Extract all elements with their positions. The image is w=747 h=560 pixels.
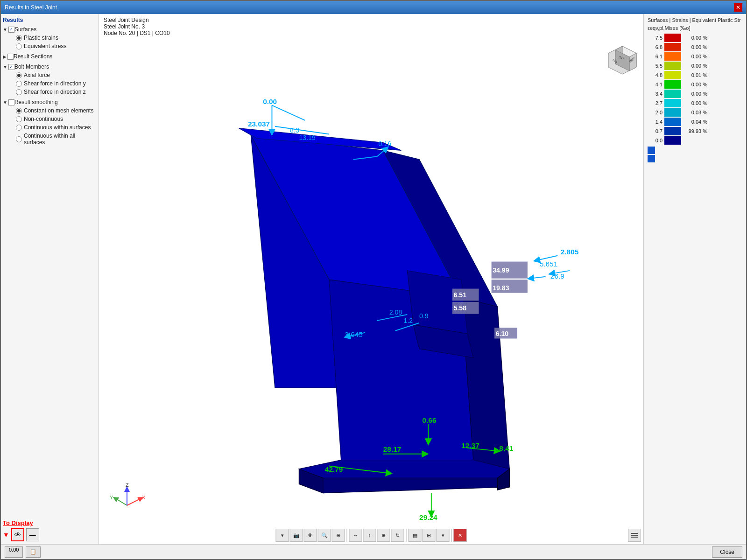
rotate-btn[interactable]: ↻ [391, 529, 404, 542]
value-display: 0.00 [5, 546, 23, 558]
legend-color-swatch [664, 80, 681, 89]
surfaces-label[interactable]: Surfaces [14, 26, 36, 33]
axial-force-radio[interactable] [16, 72, 22, 78]
result-smoothing-item[interactable]: ▼ Result smoothing [3, 98, 97, 106]
svg-text:5.651: 5.651 [540, 260, 558, 268]
shear-z-item[interactable]: Shear force in direction z [3, 88, 97, 96]
close-button[interactable]: ✕ [734, 3, 742, 12]
grid-btn[interactable]: ▦ [409, 529, 422, 542]
result-smoothing-label[interactable]: Result smoothing [14, 99, 58, 105]
continuous-all-item[interactable]: Continuous within all surfaces [3, 132, 97, 147]
camera-btn[interactable]: 📷 [290, 529, 303, 542]
to-display-label: To Display [3, 519, 97, 526]
continuous-surfaces-item[interactable]: Continuous within surfaces [3, 123, 97, 132]
axis-indicator: X Y Z [108, 477, 146, 516]
svg-line-18 [272, 105, 305, 120]
shear-y-radio[interactable] [16, 81, 22, 87]
surfaces-chevron: ▼ [3, 27, 7, 32]
axial-force-label: Axial force [24, 72, 50, 78]
legend-row: 2.00.03 % [648, 108, 742, 117]
legend-color-swatch [664, 136, 681, 145]
settings-icon [631, 532, 638, 539]
bolt-members-checkbox[interactable] [8, 64, 14, 70]
toolbar-sep3 [451, 529, 452, 542]
bolt-members-label[interactable]: Bolt Members [14, 63, 49, 70]
svg-text:26.9: 26.9 [550, 272, 564, 280]
continuous-surfaces-radio[interactable] [16, 125, 22, 131]
3d-viewport[interactable]: 0.00 23.037 8.3 13.19 0.16 2.805 5.651 2… [99, 39, 643, 544]
legend-row: 5.50.00 % [648, 62, 742, 70]
plastic-strains-item[interactable]: Plastic strains [3, 34, 97, 42]
equivalent-stress-item[interactable]: Equivalent stress [3, 42, 97, 50]
svg-text:6.51: 6.51 [453, 291, 466, 299]
legend-color-swatch [664, 127, 681, 135]
svg-text:8.3: 8.3 [290, 126, 299, 134]
legend-color-swatch [664, 34, 681, 42]
result-smoothing-chevron: ▼ [3, 100, 7, 105]
non-continuous-radio[interactable] [16, 116, 22, 122]
legend-row: 2.70.00 % [648, 99, 742, 107]
legend-percent-label: 0.01 % [683, 72, 707, 78]
shear-z-label: Shear force in direction z [24, 89, 86, 95]
equivalent-stress-label: Equivalent stress [24, 43, 66, 49]
legend-row: 0.0 [648, 136, 742, 145]
x-axis-btn[interactable]: ↔ [349, 529, 362, 542]
z-axis-btn[interactable]: ⊕ [377, 529, 390, 542]
legend-row: 4.10.00 % [648, 80, 742, 89]
svg-rect-71 [631, 533, 638, 534]
shear-y-item[interactable]: Shear force in direction y [3, 79, 97, 88]
corner-settings-btn[interactable] [628, 529, 641, 542]
main-close-button[interactable]: Close [712, 546, 742, 558]
constant-mesh-radio[interactable] [16, 108, 22, 114]
line-button[interactable]: — [26, 528, 39, 541]
3d-btn[interactable]: ⊞ [423, 529, 436, 542]
svg-text:6.10: 6.10 [496, 330, 509, 337]
continuous-all-label: Continuous within all surfaces [24, 133, 97, 146]
bolt-members-chevron: ▼ [3, 64, 7, 70]
constant-mesh-item[interactable]: Constant on mesh elements [3, 106, 97, 115]
legend-value-label: 0.7 [648, 128, 662, 134]
svg-line-65 [127, 498, 141, 505]
status-left: 0.00 📋 [5, 546, 41, 558]
main-window: Results in Steel Joint ✕ Results ▼ Surfa… [0, 0, 747, 560]
model-svg: 0.00 23.037 8.3 13.19 0.16 2.805 5.651 2… [99, 39, 643, 544]
shear-y-label: Shear force in direction y [24, 80, 86, 87]
legend-row: 7.50.00 % [648, 34, 742, 42]
legend-color-swatch [664, 90, 681, 98]
result-sections-checkbox[interactable] [7, 54, 14, 60]
continuous-all-radio[interactable] [16, 136, 22, 142]
legend-title: Surfaces | Strains | Equivalent Plastic … [648, 17, 742, 23]
result-smoothing-checkbox[interactable] [8, 99, 14, 105]
export-btn[interactable]: 📋 [26, 546, 41, 558]
result-sections-label[interactable]: Result Sections [14, 53, 52, 60]
legend-percent-label: 0.00 % [683, 63, 707, 69]
plastic-strains-radio[interactable] [16, 35, 22, 41]
equivalent-stress-radio[interactable] [16, 43, 22, 49]
legend-value-label: 7.5 [648, 35, 662, 41]
legend-color-swatch [664, 52, 681, 61]
svg-text:0.9: 0.9 [419, 312, 429, 320]
axial-force-item[interactable]: Axial force [3, 71, 97, 79]
shear-z-radio[interactable] [16, 89, 22, 95]
result-sections-item[interactable]: ▶ Result Sections [3, 52, 97, 61]
close-view-btn[interactable]: ✕ [454, 529, 467, 542]
dropdown-btn[interactable]: ▾ [276, 529, 289, 542]
view-btn[interactable]: 👁 [304, 529, 317, 542]
eye-button[interactable]: 👁 [11, 528, 24, 541]
main-content: Results ▼ Surfaces Plastic strains Equiv… [1, 14, 746, 544]
surfaces-checkbox[interactable] [8, 27, 14, 33]
cube-navigator[interactable]: Top Right Left [606, 44, 639, 77]
svg-rect-73 [631, 537, 638, 538]
non-continuous-item[interactable]: Non-continuous [3, 115, 97, 123]
zoom2-btn[interactable]: ⊕ [332, 529, 345, 542]
dropdown2-btn[interactable]: ▾ [437, 529, 450, 542]
legend-color-swatch [664, 108, 681, 117]
y-axis-btn[interactable]: ↕ [363, 529, 376, 542]
bolt-members-item[interactable]: ▼ Bolt Members [3, 63, 97, 71]
zoom-btn[interactable]: 🔍 [318, 529, 331, 542]
legend-row: 4.80.01 % [648, 71, 742, 79]
surfaces-item[interactable]: ▼ Surfaces [3, 25, 97, 34]
toolbar-sep1 [347, 529, 347, 542]
top-blue-bar [648, 147, 655, 154]
legend-rows: 7.50.00 %6.80.00 %6.10.00 %5.50.00 %4.80… [648, 34, 742, 145]
